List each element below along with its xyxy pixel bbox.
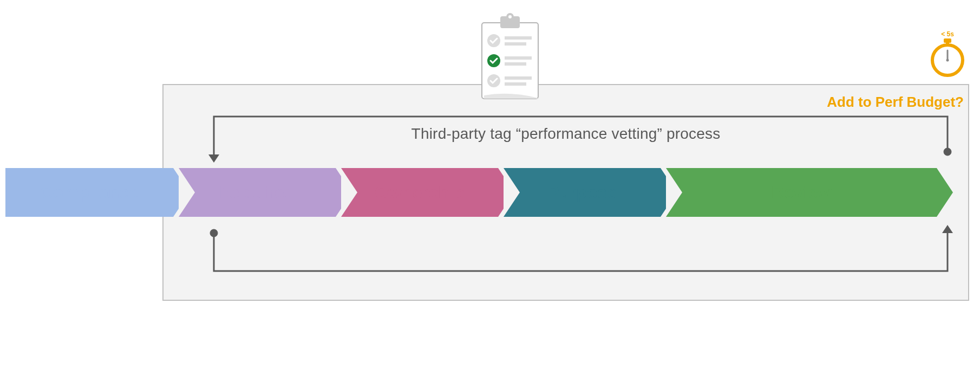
svg-rect-10 — [505, 56, 532, 60]
diagram-stage: Add to Perf Budget? Third-party tag “per… — [0, 0, 980, 374]
svg-point-5 — [508, 15, 512, 18]
svg-rect-13 — [505, 76, 532, 80]
svg-rect-8 — [505, 42, 526, 46]
step-label: Ownership — [375, 183, 464, 203]
step-label: Compliance — [40, 183, 138, 203]
svg-point-1 — [210, 229, 218, 237]
stopwatch-label: < 5s — [941, 30, 954, 38]
svg-rect-11 — [505, 62, 526, 66]
svg-rect-7 — [505, 36, 532, 40]
step-label: Review — [772, 183, 831, 203]
step-label: Required — [220, 183, 295, 203]
svg-rect-14 — [505, 82, 526, 86]
stopwatch-icon: < 5s — [926, 30, 969, 79]
checklist-icon — [471, 11, 547, 108]
step-label: Purpose — [547, 183, 617, 203]
svg-point-19 — [946, 59, 949, 62]
